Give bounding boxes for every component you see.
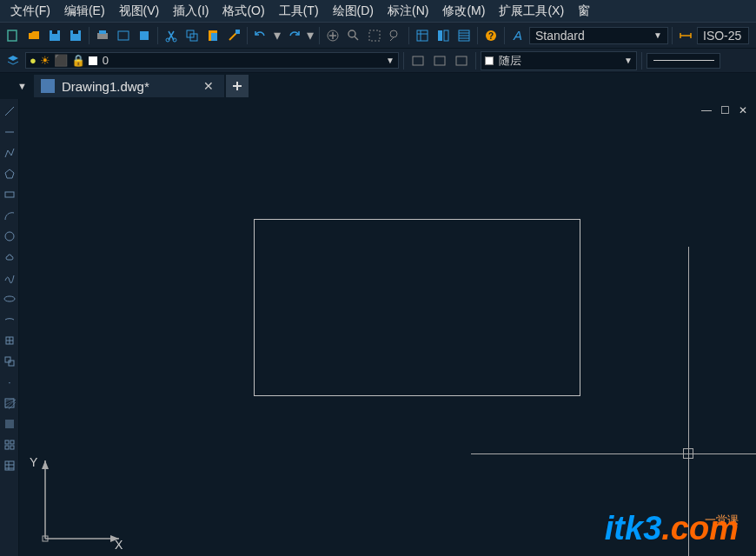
ucs-x-axis-label: X [115,538,123,552]
layer-prev-icon[interactable] [452,51,471,70]
make-block-icon[interactable] [1,353,18,370]
zoom-window-icon[interactable] [365,26,384,45]
menu-view[interactable]: 视图(V) [112,2,167,21]
gradient-tool-icon[interactable] [1,415,18,433]
svg-point-30 [5,232,14,241]
tab-close-button[interactable]: ✕ [200,79,217,93]
draw-toolbar: · [0,99,19,556]
dim-style-icon[interactable] [676,26,695,45]
save-icon[interactable] [45,26,64,45]
svg-rect-5 [97,33,108,39]
menu-format[interactable]: 格式(O) [216,2,271,21]
color-swatch-icon [89,56,97,65]
matchprop-icon[interactable] [224,26,243,45]
text-style-icon[interactable]: A [508,26,527,45]
menu-express[interactable]: 扩展工具(X) [492,2,571,21]
menu-modify[interactable]: 修改(M) [435,2,492,21]
main-area: · — ☐ ✕ Y X 一堂课 itk3.com [0,99,756,556]
svg-text:?: ? [488,31,494,41]
rectangle-object[interactable] [254,219,580,396]
menu-window[interactable]: 窗 [571,2,597,21]
drawing-canvas[interactable]: — ☐ ✕ Y X 一堂课 itk3.com [19,99,756,556]
dropdown-arrow-icon: ▼ [386,56,395,65]
paste-icon[interactable] [203,26,222,45]
redo-dropdown-icon[interactable]: ▾ [305,26,315,45]
cut-icon[interactable] [162,26,181,45]
undo-icon[interactable] [251,26,270,45]
zoom-icon[interactable] [344,26,363,45]
arc-tool-icon[interactable] [1,207,18,224]
svg-rect-21 [438,30,442,41]
close-icon[interactable]: ✕ [737,104,749,116]
dim-style-dropdown[interactable]: ISO-25 [697,27,749,44]
help-icon[interactable]: ? [481,26,501,45]
toolpalette-icon[interactable] [454,26,474,45]
document-tabs: ▼ Drawing1.dwg* ✕ [0,73,756,99]
svg-rect-15 [235,30,240,34]
revision-cloud-icon[interactable] [1,248,18,266]
insert-block-icon[interactable] [1,332,18,349]
svg-rect-28 [456,56,467,65]
hatch-tool-icon[interactable] [1,394,18,412]
svg-rect-27 [434,56,445,65]
svg-rect-33 [5,357,10,362]
table-tool-icon[interactable] [1,457,18,474]
svg-rect-39 [5,446,9,449]
layer-dropdown[interactable]: ● ☀ ⬛ 🔒 0 ▼ [25,52,399,69]
zoom-previous-icon[interactable] [386,26,405,45]
svg-rect-14 [211,33,217,41]
text-style-dropdown[interactable]: Standard ▼ [529,27,668,44]
menu-tools[interactable]: 工具(T) [272,2,326,21]
new-icon[interactable] [3,26,23,45]
dim-style-value: ISO-25 [703,29,741,43]
svg-rect-29 [5,192,14,197]
maximize-icon[interactable]: ☐ [719,104,732,116]
menu-file[interactable]: 文件(F) [3,2,57,21]
layer-iso-icon[interactable] [430,51,449,70]
tab-list-dropdown-icon[interactable]: ▼ [17,81,27,91]
menu-edit[interactable]: 编辑(E) [57,2,112,21]
layer-manager-icon[interactable] [3,51,23,70]
new-tab-button[interactable] [226,75,249,97]
document-tab[interactable]: Drawing1.dwg* ✕ [34,75,224,97]
open-icon[interactable] [24,26,43,45]
rectangle-tool-icon[interactable] [1,186,18,203]
polyline-tool-icon[interactable] [1,144,18,162]
saveas-icon[interactable] [66,26,85,45]
color-dropdown[interactable]: 随层 ▼ [481,51,637,70]
minimize-icon[interactable]: — [700,104,713,116]
copy-icon[interactable] [182,26,202,45]
ray-tool-icon[interactable] [1,123,18,141]
svg-point-17 [348,30,355,37]
ellipse-arc-icon[interactable] [1,311,18,328]
lock-icon: ⬛ [54,54,68,67]
line-tool-icon[interactable] [1,103,18,120]
svg-rect-22 [444,30,448,41]
dropdown-arrow-icon: ▼ [624,56,633,65]
designcenter-icon[interactable] [434,26,453,45]
publish-icon[interactable] [135,26,154,45]
print-icon[interactable] [93,26,112,45]
menu-insert[interactable]: 插入(I) [166,2,216,21]
linetype-dropdown[interactable] [647,53,720,69]
watermark-com: com [671,510,739,546]
polygon-tool-icon[interactable] [1,165,18,182]
layer-state-icon[interactable] [408,51,428,70]
watermark: itk3.com [605,510,739,547]
menu-draw[interactable]: 绘图(D) [326,2,381,21]
menu-dimension[interactable]: 标注(N) [381,2,435,21]
watermark-dot: . [661,510,671,546]
region-tool-icon[interactable] [1,436,18,453]
svg-rect-20 [417,30,428,41]
svg-rect-2 [52,30,57,34]
properties-icon[interactable] [413,26,432,45]
redo-icon[interactable] [284,26,303,45]
preview-icon[interactable] [114,26,133,45]
pan-icon[interactable] [323,26,342,45]
spline-tool-icon[interactable] [1,269,18,287]
point-tool-icon[interactable]: · [1,374,18,391]
bylayer-square-icon [485,56,494,65]
undo-dropdown-icon[interactable]: ▾ [272,26,282,45]
circle-tool-icon[interactable] [1,228,18,245]
ellipse-tool-icon[interactable] [1,290,18,308]
